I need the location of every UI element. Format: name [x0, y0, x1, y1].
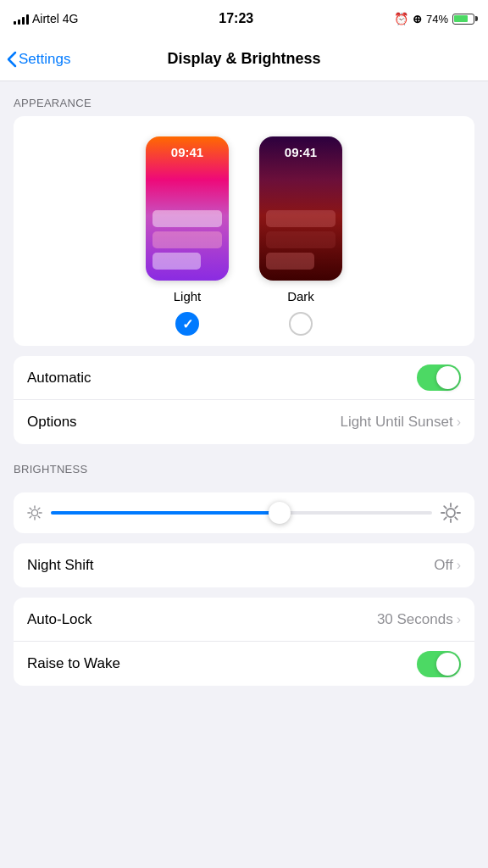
light-radio[interactable] — [175, 312, 199, 336]
svg-line-17 — [444, 517, 446, 520]
svg-line-15 — [455, 517, 458, 520]
carrier-label: Airtel 4G — [32, 12, 78, 25]
svg-line-14 — [444, 506, 446, 509]
status-left: Airtel 4G — [14, 12, 78, 25]
appearance-section-label: APPEARANCE — [0, 81, 488, 116]
svg-line-5 — [30, 508, 31, 509]
automatic-toggle[interactable] — [417, 364, 461, 391]
automatic-row: Automatic — [14, 356, 474, 400]
night-shift-row[interactable]: Night Shift Off › — [14, 543, 474, 587]
dark-phone-time: 09:41 — [259, 145, 342, 159]
options-label: Options — [27, 414, 77, 431]
back-button[interactable]: Settings — [7, 51, 70, 68]
dark-phone-widgets — [259, 203, 342, 281]
light-phone-mockup: 09:41 — [146, 136, 229, 281]
raise-to-wake-row: Raise to Wake — [14, 642, 474, 686]
brightness-low-icon — [27, 505, 42, 520]
light-phone-time: 09:41 — [146, 145, 229, 159]
dark-label: Dark — [287, 289, 314, 303]
appearance-settings-group: Automatic Options Light Until Sunset › — [14, 356, 474, 444]
signal-bars — [14, 13, 29, 25]
auto-lock-row[interactable]: Auto-Lock 30 Seconds › — [14, 598, 474, 642]
dark-phone-mockup: 09:41 — [259, 136, 342, 281]
light-label: Light — [174, 289, 202, 303]
brightness-slider[interactable] — [51, 511, 432, 515]
nav-bar: Settings Display & Brightness — [0, 37, 488, 81]
status-bar: Airtel 4G 17:23 ⏰ ⊕ 74% — [0, 0, 488, 37]
brightness-slider-fill — [51, 511, 280, 515]
brightness-section — [14, 492, 474, 533]
svg-point-9 — [446, 509, 455, 517]
wifi-icon: ⊕ — [413, 13, 422, 25]
svg-point-0 — [31, 509, 37, 515]
svg-line-7 — [38, 508, 40, 509]
appearance-light-option[interactable]: 09:41 Light — [146, 136, 229, 336]
options-chevron-icon: › — [457, 415, 461, 430]
battery-percent: 74% — [426, 13, 448, 25]
night-shift-group: Night Shift Off › — [14, 543, 474, 587]
back-chevron-icon — [7, 51, 17, 68]
auto-lock-label: Auto-Lock — [27, 611, 92, 628]
raise-to-wake-label: Raise to Wake — [27, 655, 120, 672]
automatic-toggle-thumb — [436, 366, 459, 389]
brightness-high-icon — [441, 503, 461, 523]
battery-fill — [454, 15, 468, 22]
alarm-icon: ⏰ — [394, 12, 408, 25]
light-widget-2 — [152, 231, 222, 248]
brightness-slider-thumb — [269, 502, 291, 524]
auto-lock-group: Auto-Lock 30 Seconds › Raise to Wake — [14, 598, 474, 686]
svg-line-8 — [30, 516, 31, 518]
status-time: 17:23 — [219, 11, 253, 26]
night-shift-value: Off › — [434, 557, 461, 574]
dark-widget-3 — [266, 253, 314, 270]
appearance-selector: 09:41 Light 09:41 Dark — [14, 116, 474, 346]
dark-radio[interactable] — [289, 312, 313, 336]
page-title: Display & Brightness — [167, 50, 320, 68]
automatic-label: Automatic — [27, 370, 92, 387]
battery-icon — [452, 14, 474, 25]
options-value: Light Until Sunset › — [340, 414, 461, 431]
dark-widget-2 — [266, 231, 336, 248]
appearance-dark-option[interactable]: 09:41 Dark — [259, 136, 342, 336]
raise-to-wake-toggle-thumb — [436, 653, 459, 676]
status-right: ⏰ ⊕ 74% — [394, 12, 474, 25]
options-row[interactable]: Options Light Until Sunset › — [14, 400, 474, 444]
svg-line-16 — [455, 506, 458, 509]
brightness-section-label: BRIGHTNESS — [0, 448, 488, 482]
svg-line-6 — [38, 516, 40, 518]
light-phone-widgets — [146, 203, 229, 281]
night-shift-label: Night Shift — [27, 557, 93, 574]
night-shift-chevron-icon: › — [457, 558, 461, 573]
back-label: Settings — [19, 51, 70, 68]
light-widget-3 — [152, 253, 201, 270]
raise-to-wake-toggle[interactable] — [417, 651, 461, 677]
auto-lock-chevron-icon: › — [457, 612, 461, 627]
light-widget-1 — [152, 210, 222, 227]
auto-lock-value: 30 Seconds › — [377, 611, 461, 628]
brightness-row — [27, 503, 461, 523]
dark-widget-1 — [266, 210, 336, 227]
